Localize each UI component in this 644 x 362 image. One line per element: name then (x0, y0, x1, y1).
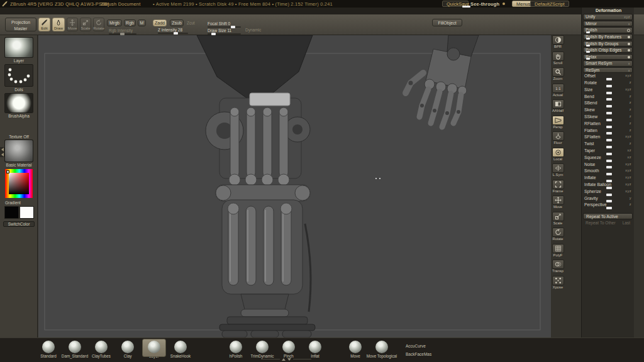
subpalette-header-display-properties[interactable] (582, 321, 634, 329)
main-color-swatch[interactable] (4, 206, 19, 219)
subpalette-header-contact[interactable] (582, 256, 634, 264)
right-shelf-button-bpr[interactable]: BPR (551, 35, 565, 52)
move-gizmo-button[interactable]: Move (67, 18, 78, 31)
brush-preset-move-topological[interactable]: Move Topological (369, 341, 395, 358)
current-stroke-thumbnail[interactable] (4, 64, 33, 87)
button-slider-thumb[interactable] (586, 38, 590, 40)
color-picker-saturation-square[interactable] (9, 173, 29, 194)
button-slider-thumb[interactable] (586, 45, 590, 47)
see-through-slider[interactable]: See-through (470, 1, 499, 7)
copy-document-icon[interactable] (559, 1, 567, 7)
deformation-slider-offset[interactable]: Offset xyz (582, 74, 634, 80)
subpalette-header-vector-displacement-map[interactable] (582, 296, 634, 304)
deformation-slider-skew[interactable]: Skew z (582, 107, 634, 114)
brush-preset-trimdynamic[interactable]: TrimDynamic (249, 341, 275, 358)
deformation-button-polish-by-features[interactable]: Polish By Features (583, 34, 633, 40)
button-slider-thumb[interactable] (586, 51, 590, 53)
draw-size-slider-label[interactable]: Draw Size 11 (208, 28, 231, 33)
deformation-slider-squeeze[interactable]: Squeeze xz (582, 155, 634, 162)
minimize-icon[interactable] (614, 1, 622, 7)
brush-preset-hpolish[interactable]: hPolish (223, 341, 249, 358)
backfacemask-toggle[interactable]: BackFaceMas (406, 352, 431, 356)
left-tray-collapse-arrow[interactable] (0, 147, 4, 157)
mech-hand-model[interactable] (406, 35, 479, 127)
deformation-slider-flatten[interactable]: Flatten z (582, 128, 634, 135)
brush-preset-snakehook[interactable]: SnakeHook (167, 341, 194, 358)
deformation-button-smart-resym[interactable]: Smart ReSym x (583, 60, 633, 66)
brush-preset-move[interactable]: Move (342, 341, 369, 358)
projection-master-button[interactable]: Projection Master (5, 18, 36, 31)
rgb-intensity-track[interactable] (109, 33, 136, 35)
deformation-slider-taper[interactable]: Taper xz (582, 148, 634, 155)
subpalette-header-masking[interactable] (582, 231, 634, 239)
restore-icon[interactable] (625, 1, 632, 7)
subpalette-header-visibility[interactable] (582, 239, 634, 248)
right-shelf-button-scale[interactable]: Scale (551, 212, 565, 228)
deformation-slider-smooth[interactable]: Smooth xyz (582, 168, 634, 175)
subpalette-header-displacement-map[interactable] (582, 304, 634, 312)
deformation-slider-inflate[interactable]: Inflate xyz (582, 175, 634, 182)
deformation-slider-twist[interactable]: Twist z (582, 141, 634, 148)
deformation-slider-sskew[interactable]: SSkew z (582, 114, 634, 121)
deformation-button-resym[interactable]: ReSym x (583, 67, 633, 73)
scale-gizmo-button[interactable]: Scale (80, 18, 91, 31)
deformation-button-polish-crisp-edges[interactable]: Polish Crisp Edges (583, 47, 633, 53)
deformation-slider-spherize[interactable]: Spherize xyz (582, 189, 634, 196)
focal-shift-slider[interactable]: Focal Shift 0 (208, 21, 230, 26)
deformation-slider-rflatten[interactable]: RFlatten z (582, 121, 634, 128)
close-icon[interactable] (634, 1, 641, 7)
deformation-slider-gravity[interactable]: Gravity y (582, 196, 634, 203)
repeat-to-other-button[interactable]: Repeat To Other (586, 221, 616, 225)
brush-preset-standard[interactable]: Standard (35, 341, 62, 358)
see-through-toggle-dot[interactable] (502, 3, 505, 5)
deformation-slider-rotate[interactable]: Rotate z (582, 80, 634, 87)
deformation-button-mirror[interactable]: Mirror x (583, 21, 633, 26)
deformation-button-polish[interactable]: Polish (583, 27, 633, 33)
subpalette-header-polygroups[interactable] (582, 248, 634, 256)
draw-button[interactable]: Draw (52, 18, 65, 31)
dynamic-toggle[interactable]: Dynamic (245, 28, 261, 32)
exit-door-icon[interactable] (599, 1, 606, 7)
right-shelf-button-l-sym[interactable]: L.Sym (551, 163, 565, 180)
deformation-slider-perspective[interactable]: Perspective z (582, 202, 634, 209)
z-intensity-slider[interactable]: Z Intensity 28 (158, 28, 182, 32)
duplicate-document-icon[interactable] (581, 1, 589, 7)
brush-preset-clay[interactable]: Clay (114, 341, 141, 358)
brush-preset-inflat[interactable]: Inflat (302, 341, 328, 358)
zadd-button[interactable]: Zadd (153, 19, 167, 26)
right-shelf-button-floor[interactable]: Floor (551, 131, 565, 148)
deformation-slider-inflate-balloon[interactable]: Inflate Balloon xyz (582, 182, 634, 189)
right-shelf-button-actual[interactable]: 1:1 Actual (551, 84, 565, 100)
deformation-header[interactable]: Deformation (582, 8, 634, 13)
brush-preset-claytubes[interactable]: ClayTubes (88, 341, 114, 358)
m-button[interactable]: M (138, 19, 146, 26)
right-shelf-button-move[interactable]: Move (551, 195, 565, 212)
deformation-slider-size[interactable]: Size xyz (582, 87, 634, 94)
deformation-button-relax[interactable]: Relax (583, 54, 633, 60)
right-shelf-button-frame[interactable]: Frame (551, 180, 565, 196)
button-slider-thumb[interactable] (586, 58, 590, 60)
right-shelf-button-rotate[interactable]: Rotate (551, 228, 565, 244)
color-picker-cursor[interactable] (6, 170, 9, 173)
mrgb-button[interactable]: Mrgb (107, 19, 122, 26)
brush-preset-pinch[interactable]: Pinch (275, 341, 302, 358)
fill-object-button[interactable]: FillObject (432, 19, 462, 26)
subpalette-header-texture-map[interactable] (582, 288, 634, 296)
subpalette-header-normal-map[interactable] (582, 312, 634, 321)
right-shelf-button-persp[interactable]: Persp (551, 116, 565, 132)
subpalette-header-uv-map[interactable] (582, 280, 634, 288)
right-shelf-button-transp[interactable]: Transp (551, 260, 565, 276)
color-picker[interactable] (5, 169, 33, 198)
brush-preset-layer[interactable]: Layer (141, 341, 167, 358)
repeat-to-active-button[interactable]: Repeat To Active (583, 213, 633, 219)
subpalette-header-unified-skin[interactable] (582, 329, 634, 337)
subpalette-header-morph-target[interactable] (582, 264, 634, 272)
current-alpha-thumbnail[interactable] (4, 93, 33, 113)
document-canvas[interactable] (38, 35, 551, 337)
rgb-intensity-slider[interactable]: Rgb Intensity (109, 28, 133, 33)
deformation-slider-sbend[interactable]: SBend z (582, 101, 634, 107)
zsub-button[interactable]: Zsub (170, 19, 184, 26)
right-shelf-button-xpose[interactable]: Xpose (551, 276, 565, 292)
accucurve-toggle[interactable]: AccuCurve (406, 344, 426, 348)
current-brush-thumbnail[interactable] (4, 37, 33, 58)
